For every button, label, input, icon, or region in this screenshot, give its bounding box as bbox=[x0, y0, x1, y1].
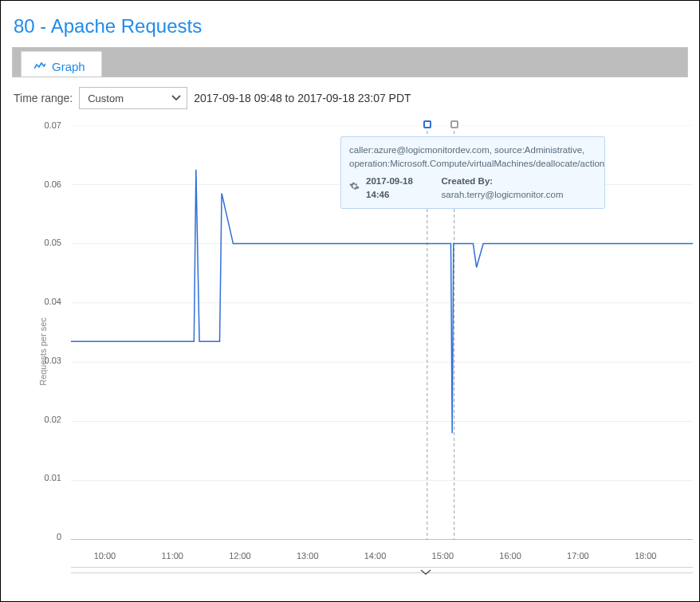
event-marker[interactable] bbox=[450, 120, 458, 128]
xtick: 16:00 bbox=[499, 551, 521, 561]
time-scrubber[interactable] bbox=[71, 567, 693, 573]
time-range-label: Time range: bbox=[14, 92, 73, 104]
xtick: 10:00 bbox=[94, 551, 116, 561]
graph-icon bbox=[34, 61, 45, 73]
xtick: 15:00 bbox=[432, 551, 454, 561]
chart: Requests per sec 0.07 0.06 0.05 0.04 0.0… bbox=[14, 120, 686, 583]
plot-area[interactable]: caller:azure@logicmonitordev.com, source… bbox=[71, 125, 693, 540]
ytick: 0 bbox=[39, 532, 61, 541]
time-range-text: 2017-09-18 09:48 to 2017-09-18 23:07 PDT bbox=[194, 92, 411, 104]
xtick: 11:00 bbox=[161, 551, 183, 561]
ytick: 0.04 bbox=[39, 297, 61, 306]
ytick: 0.02 bbox=[39, 415, 61, 424]
tooltip-line1: caller:azure@logicmonitordev.com, source… bbox=[349, 144, 596, 170]
xtick: 18:00 bbox=[635, 551, 657, 561]
y-ticks: 0.07 0.06 0.05 0.04 0.03 0.02 0.01 0 bbox=[39, 120, 61, 541]
chevron-down-icon bbox=[171, 92, 182, 104]
tooltip-created-by: sarah.terry@logicmonitor.com bbox=[442, 190, 564, 199]
xtick: 12:00 bbox=[229, 551, 251, 561]
tooltip-timestamp: 2017-09-18 14:46 bbox=[366, 175, 431, 201]
gear-icon bbox=[349, 181, 360, 196]
ytick: 0.06 bbox=[39, 179, 61, 189]
tab-label: Graph bbox=[52, 60, 85, 73]
page-title: 80 - Apache Requests bbox=[14, 15, 686, 37]
tooltip-created-by-label: Created By: bbox=[442, 176, 494, 186]
chevron-down-icon bbox=[419, 567, 432, 579]
time-range-controls: Time range: Custom 2017-09-18 09:48 to 2… bbox=[14, 87, 686, 109]
time-range-select[interactable]: Custom bbox=[79, 87, 187, 109]
xtick: 13:00 bbox=[297, 551, 319, 561]
tabbar: Graph bbox=[12, 47, 688, 77]
event-marker[interactable] bbox=[423, 120, 431, 128]
ytick: 0.07 bbox=[39, 120, 61, 130]
ytick: 0.03 bbox=[39, 356, 61, 365]
ytick: 0.05 bbox=[39, 238, 61, 247]
xtick: 14:00 bbox=[364, 551, 387, 561]
xtick: 17:00 bbox=[567, 551, 589, 561]
tab-graph[interactable]: Graph bbox=[21, 51, 102, 77]
time-range-selected: Custom bbox=[88, 92, 124, 104]
ytick: 0.01 bbox=[39, 473, 61, 482]
event-tooltip: caller:azure@logicmonitordev.com, source… bbox=[340, 136, 605, 209]
